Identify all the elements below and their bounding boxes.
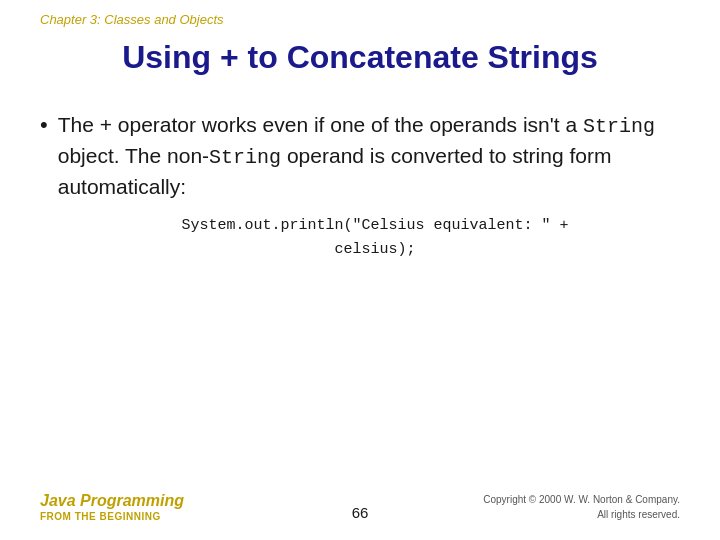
bullet-item: • The + operator works even if one of th… bbox=[40, 110, 680, 202]
copyright-line2: All rights reserved. bbox=[597, 509, 680, 520]
slide: Chapter 3: Classes and Objects Using + t… bbox=[0, 0, 720, 540]
chapter-header: Chapter 3: Classes and Objects bbox=[40, 12, 224, 27]
copyright-line1: Copyright © 2000 W. W. Norton & Company. bbox=[483, 494, 680, 505]
footer-subtitle: FROM THE BEGINNING bbox=[40, 511, 253, 522]
bullet-text-intro: The + operator works even if one of the … bbox=[58, 113, 583, 136]
footer-right: Copyright © 2000 W. W. Norton & Company.… bbox=[467, 492, 680, 522]
code-line-2: celsius); bbox=[70, 238, 680, 262]
bullet-dot: • bbox=[40, 112, 48, 138]
bullet-string2: String bbox=[209, 146, 281, 169]
bullet-text-middle: object. The non- bbox=[58, 144, 209, 167]
code-block: System.out.println("Celsius equivalent: … bbox=[70, 214, 680, 262]
footer-center: 66 bbox=[253, 504, 466, 522]
footer: Java Programming FROM THE BEGINNING 66 C… bbox=[0, 492, 720, 522]
footer-copyright: Copyright © 2000 W. W. Norton & Company.… bbox=[467, 492, 680, 522]
slide-title: Using + to Concatenate Strings bbox=[40, 38, 680, 76]
content-area: • The + operator works even if one of th… bbox=[40, 110, 680, 262]
footer-page: 66 bbox=[352, 504, 369, 521]
bullet-text: The + operator works even if one of the … bbox=[58, 110, 680, 202]
footer-brand: Java Programming bbox=[40, 492, 253, 510]
footer-left: Java Programming FROM THE BEGINNING bbox=[40, 492, 253, 522]
bullet-string1: String bbox=[583, 115, 655, 138]
code-line-1: System.out.println("Celsius equivalent: … bbox=[70, 214, 680, 238]
